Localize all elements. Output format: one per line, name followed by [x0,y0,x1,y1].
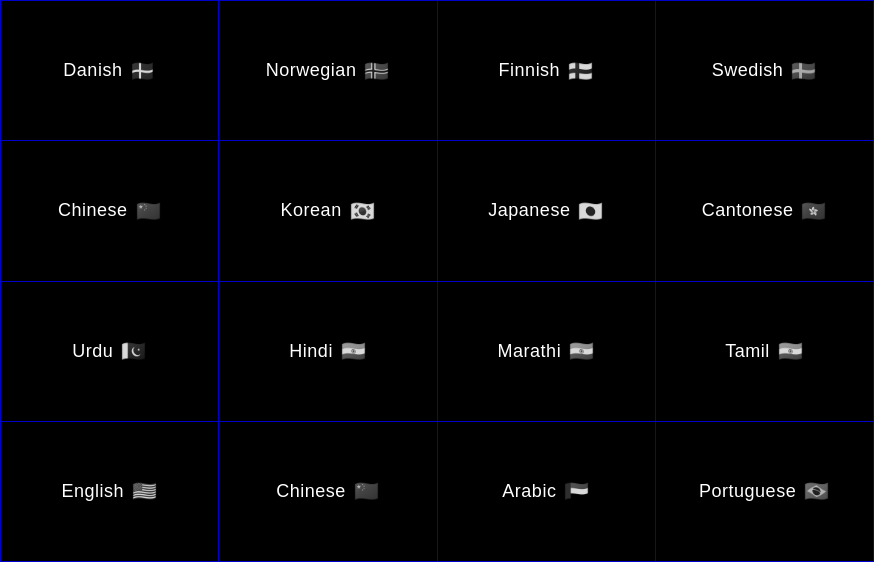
language-cell-danish[interactable]: Danish🇩🇰 [1,1,219,141]
language-label: English [62,481,125,502]
language-label: Chinese [58,200,128,221]
language-cell-swedish[interactable]: Swedish🇸🇪 [656,1,874,141]
language-label: Swedish [712,60,784,81]
tamil-flag-icon: 🇮🇳 [778,339,804,363]
arabic-flag-icon: 🇦🇪 [564,479,590,503]
japanese-flag-icon: 🇯🇵 [578,199,604,223]
language-cell-japanese[interactable]: Japanese🇯🇵 [438,141,656,281]
language-cell-tamil[interactable]: Tamil🇮🇳 [656,282,874,422]
swedish-flag-icon: 🇸🇪 [791,59,817,83]
urdu-flag-icon: 🇵🇰 [121,339,147,363]
language-cell-hindi[interactable]: Hindi🇮🇳 [219,282,437,422]
language-label: Finnish [499,60,561,81]
language-cell-chinese-top[interactable]: Chinese🇨🇳 [1,141,219,281]
language-label: Norwegian [266,60,357,81]
language-label: Arabic [502,481,556,502]
language-label: Chinese [276,481,346,502]
cantonese-flag-icon: 🇭🇰 [801,199,827,223]
danish-flag-icon: 🇩🇰 [130,59,156,83]
chinese-top-flag-icon: 🇨🇳 [136,199,162,223]
language-label: Japanese [488,200,570,221]
language-label: Cantonese [702,200,794,221]
language-cell-norwegian[interactable]: Norwegian🇳🇴 [219,1,437,141]
language-cell-portuguese[interactable]: Portuguese🇧🇷 [656,422,874,562]
korean-flag-icon: 🇰🇷 [350,199,376,223]
language-cell-korean[interactable]: Korean🇰🇷 [219,141,437,281]
english-flag-icon: 🇺🇸 [132,479,158,503]
language-label: Portuguese [699,481,796,502]
language-cell-cantonese[interactable]: Cantonese🇭🇰 [656,141,874,281]
language-cell-chinese[interactable]: Chinese🇨🇳 [219,422,437,562]
language-cell-finnish[interactable]: Finnish🇫🇮 [438,1,656,141]
language-cell-urdu[interactable]: Urdu🇵🇰 [1,282,219,422]
language-label: Hindi [289,341,333,362]
language-cell-arabic[interactable]: Arabic🇦🇪 [438,422,656,562]
language-label: Marathi [498,341,562,362]
language-label: Danish [63,60,122,81]
language-cell-english[interactable]: English🇺🇸 [1,422,219,562]
norwegian-flag-icon: 🇳🇴 [364,59,390,83]
portuguese-flag-icon: 🇧🇷 [804,479,830,503]
language-label: Urdu [72,341,113,362]
marathi-flag-icon: 🇮🇳 [569,339,595,363]
language-grid: Danish🇩🇰Norwegian🇳🇴Finnish🇫🇮Swedish🇸🇪Chi… [0,0,874,562]
hindi-flag-icon: 🇮🇳 [341,339,367,363]
language-cell-marathi[interactable]: Marathi🇮🇳 [438,282,656,422]
chinese-flag-icon: 🇨🇳 [354,479,380,503]
finnish-flag-icon: 🇫🇮 [568,59,594,83]
language-label: Tamil [725,341,770,362]
language-label: Korean [281,200,342,221]
